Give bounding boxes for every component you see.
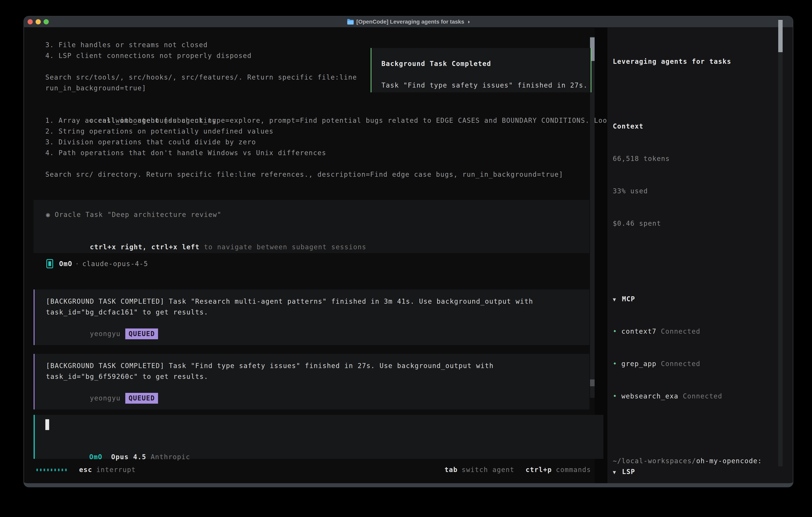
sidebar-scrollbar-thumb[interactable] bbox=[778, 20, 783, 52]
task-author: yeongyu bbox=[90, 330, 121, 338]
status-badge: QUEUED bbox=[125, 393, 158, 404]
status-badge: QUEUED bbox=[125, 328, 158, 339]
session-title: Leveraging agents for tasks bbox=[613, 56, 793, 67]
screenshot-stage: [OpenCode] Leveraging agents for tasks ◑… bbox=[0, 0, 812, 517]
mcp-item-name: websearch_exa bbox=[621, 392, 678, 400]
text-cursor bbox=[46, 419, 49, 430]
opencode-window: [OpenCode] Leveraging agents for tasks ◑… bbox=[24, 16, 793, 487]
chevron-down-icon: ▼ bbox=[613, 294, 622, 305]
oracle-task-heading: ◉ Oracle Task "Deep architecture review" bbox=[46, 209, 589, 220]
toast-body: Task "Find type safety issues" finished … bbox=[381, 80, 590, 91]
tool-call-args: [subagent_type=explore, prompt=Find pote… bbox=[160, 116, 629, 124]
workspace-info: ~/local-workspaces/oh-my-opencode: maste… bbox=[613, 434, 762, 487]
status-left: esc interrupt bbox=[36, 464, 136, 475]
input-provider-label: Anthropic bbox=[151, 453, 190, 461]
status-bar: esc interrupt tab switch agent ctrl+p co… bbox=[36, 464, 591, 475]
ctrlp-key-hint: ctrl+p bbox=[525, 464, 552, 475]
mcp-item-name: context7 bbox=[621, 327, 657, 335]
mcp-section-header[interactable]: ▼MCP bbox=[613, 294, 793, 304]
context-heading: Context bbox=[613, 121, 793, 132]
zoom-button[interactable] bbox=[44, 19, 49, 24]
task-message: [BACKGROUND TASK COMPLETED] Task "Find t… bbox=[34, 354, 589, 409]
mcp-item: •grep_appConnected bbox=[613, 358, 793, 369]
workspace-path-prefix: ~/local-workspaces/ bbox=[613, 457, 696, 465]
input-footer: OmOOpus 4.5Anthropic bbox=[46, 441, 190, 452]
terminal-line: 4. Path operations that don't handle Win… bbox=[46, 147, 593, 158]
tab-key-label: switch agent bbox=[462, 464, 515, 475]
sidebar: Leveraging agents for tasks Context 66,5… bbox=[607, 27, 793, 483]
blank-line bbox=[46, 93, 593, 104]
task-message-footer: yeongyuQUEUED bbox=[46, 382, 589, 393]
task-message-line: [BACKGROUND TASK COMPLETED] Task "Find t… bbox=[46, 360, 589, 371]
mcp-item-status: Connected bbox=[661, 360, 700, 368]
toast-title: Background Task Completed bbox=[381, 58, 590, 69]
esc-key-hint: esc bbox=[79, 464, 92, 475]
mcp-item: •context7Connected bbox=[613, 326, 793, 337]
mcp-heading: MCP bbox=[622, 295, 635, 303]
input-model-label: Opus 4.5 bbox=[111, 453, 146, 461]
blank-line bbox=[46, 220, 589, 231]
mcp-item: •websearch_exaConnected bbox=[613, 391, 793, 402]
agent-name: OmO bbox=[59, 260, 72, 268]
input-agent-label: OmO bbox=[89, 453, 103, 461]
blank-line bbox=[613, 88, 793, 99]
agent-header: OmO · claude-opus-4-5 bbox=[46, 258, 148, 269]
oracle-task-box: ◉ Oracle Task "Deep architecture review"… bbox=[34, 200, 589, 253]
task-message-footer: yeongyuQUEUED bbox=[46, 318, 589, 328]
terminal-line: Search src/ directory. Return specific f… bbox=[46, 169, 593, 180]
window-title-text: [OpenCode] Leveraging agents for tasks bbox=[356, 19, 464, 25]
minimize-button[interactable] bbox=[35, 19, 41, 24]
titlebar: [OpenCode] Leveraging agents for tasks ◑ bbox=[24, 17, 793, 28]
background-task-toast[interactable]: Background Task Completed Task "Find typ… bbox=[371, 48, 591, 92]
bullet-icon: • bbox=[613, 358, 621, 369]
workspace-path: ~/local-workspaces/oh-my-opencode: bbox=[613, 456, 762, 466]
traffic-lights bbox=[24, 17, 49, 27]
status-right: tab switch agent ctrl+p commands bbox=[444, 464, 591, 475]
main-scrollbar-thumb-bottom[interactable] bbox=[590, 379, 594, 386]
agent-separator: · bbox=[75, 260, 80, 268]
context-spent: $0.46 spent bbox=[613, 218, 793, 229]
prompt-input[interactable]: OmOOpus 4.5Anthropic bbox=[34, 415, 603, 459]
context-tokens: 66,518 tokens bbox=[613, 153, 793, 164]
tool-call-line: ⚙ call_omo_agent [subagent_type=explore,… bbox=[46, 104, 593, 115]
spinner-dots bbox=[36, 469, 67, 471]
mcp-item-name: grep_app bbox=[621, 360, 657, 368]
edited-indicator-icon: ◑ bbox=[467, 19, 470, 25]
agent-avatar-icon bbox=[46, 259, 53, 268]
task-message-line: task_id="bg_dcfac161" to get results. bbox=[46, 307, 589, 318]
bullet-icon: • bbox=[613, 326, 621, 337]
mcp-item-status: Connected bbox=[661, 327, 700, 335]
folder-icon bbox=[347, 19, 354, 25]
window-title: [OpenCode] Leveraging agents for tasks ◑ bbox=[24, 19, 793, 25]
context-used: 33% used bbox=[613, 186, 793, 196]
agent-model: claude-opus-4-5 bbox=[82, 260, 148, 268]
blank-line bbox=[46, 158, 593, 169]
blank-line bbox=[381, 69, 590, 80]
blank-line bbox=[613, 250, 793, 261]
oracle-hint-rest: to navigate between subagent sessions bbox=[200, 243, 367, 251]
oracle-hint-line: ctrl+x right, ctrl+x left to navigate be… bbox=[46, 231, 589, 242]
esc-key-label: interrupt bbox=[96, 464, 136, 475]
oracle-hint-keys: ctrl+x right, ctrl+x left bbox=[90, 243, 200, 251]
mcp-item-status: Connected bbox=[683, 392, 723, 400]
task-author: yeongyu bbox=[90, 394, 121, 402]
task-message-line: [BACKGROUND TASK COMPLETED] Task "Resear… bbox=[46, 296, 589, 307]
terminal-line: 2. String operations on potentially unde… bbox=[46, 126, 593, 137]
task-message: [BACKGROUND TASK COMPLETED] Task "Resear… bbox=[34, 290, 589, 345]
terminal-pane[interactable]: 3. File handles or streams not closed 4.… bbox=[24, 27, 594, 483]
terminal-line: 3. Division operations that could divide… bbox=[46, 137, 593, 147]
tab-key-hint: tab bbox=[444, 464, 458, 475]
ctrlp-key-label: commands bbox=[556, 464, 591, 475]
bullet-icon: • bbox=[613, 391, 621, 402]
sidebar-scrollbar[interactable] bbox=[778, 19, 783, 466]
task-message-line: task_id="bg_6f59260c" to get results. bbox=[46, 371, 589, 382]
blank-line bbox=[613, 423, 793, 434]
close-button[interactable] bbox=[28, 19, 33, 24]
workspace-path-name: oh-my-opencode: bbox=[696, 457, 762, 465]
